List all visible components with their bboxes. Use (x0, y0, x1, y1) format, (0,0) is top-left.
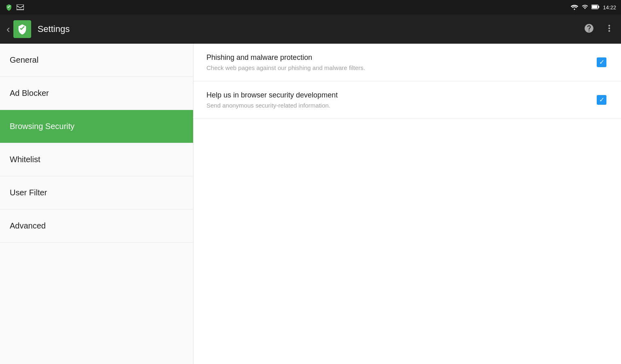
app-bar-actions (584, 23, 615, 35)
sidebar: General Ad Blocker Browsing Security Whi… (0, 44, 194, 364)
setting-item-browser-security-dev: Help us in browser security development … (194, 81, 621, 119)
overflow-menu-button[interactable] (604, 23, 615, 35)
app-bar-title: Settings (38, 24, 584, 34)
svg-point-1 (574, 8, 575, 10)
svg-rect-3 (592, 5, 598, 8)
signal-icon (582, 4, 588, 11)
app-bar: ‹ Settings (0, 15, 621, 44)
sidebar-item-whitelist[interactable]: Whitelist (0, 143, 193, 176)
sidebar-item-browsing-security[interactable]: Browsing Security (0, 110, 193, 143)
browser-security-dev-title: Help us in browser security development (206, 91, 595, 99)
wifi-icon (570, 4, 578, 11)
gmail-status-icon (16, 3, 24, 11)
browser-security-dev-subtitle: Send anonymous security-related informat… (206, 102, 595, 109)
main-layout: General Ad Blocker Browsing Security Whi… (0, 44, 621, 364)
phishing-malware-title: Phishing and malware protection (206, 53, 595, 62)
sidebar-item-general[interactable]: General (0, 44, 193, 77)
sidebar-item-ad-blocker[interactable]: Ad Blocker (0, 77, 193, 110)
sidebar-item-user-filter[interactable]: User Filter (0, 176, 193, 210)
status-bar-right: 14:22 (570, 4, 616, 11)
back-button[interactable]: ‹ (6, 23, 10, 36)
browser-security-dev-checkbox[interactable]: ✓ (595, 93, 608, 106)
phishing-malware-checkbox[interactable]: ✓ (595, 56, 608, 69)
app-logo (13, 20, 31, 38)
help-button[interactable] (584, 23, 594, 35)
battery-icon (591, 4, 600, 11)
adguard-status-icon (5, 3, 13, 11)
content-panel: Phishing and malware protection Check we… (194, 44, 621, 364)
sidebar-item-advanced[interactable]: Advanced (0, 210, 193, 243)
phishing-malware-subtitle: Check web pages against our phishing and… (206, 64, 595, 71)
setting-item-phishing-malware: Phishing and malware protection Check we… (194, 44, 621, 81)
status-bar: 14:22 (0, 0, 621, 15)
svg-rect-4 (598, 6, 600, 8)
status-bar-left (5, 3, 24, 11)
time-display: 14:22 (603, 4, 616, 11)
